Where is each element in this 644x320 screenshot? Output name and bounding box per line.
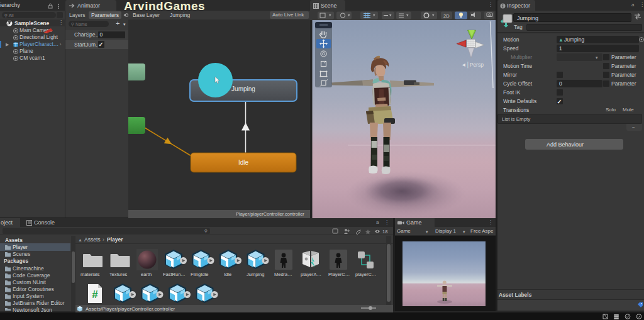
svg-text:◄│Persp: ◄│Persp	[461, 62, 484, 69]
svg-text:18: 18	[382, 229, 387, 234]
svg-text:#: #	[92, 289, 98, 301]
svg-text:2D: 2D	[443, 13, 450, 19]
svg-text:Jumping: Jumping	[231, 86, 255, 92]
svg-text:Idle: Idle	[238, 159, 249, 166]
